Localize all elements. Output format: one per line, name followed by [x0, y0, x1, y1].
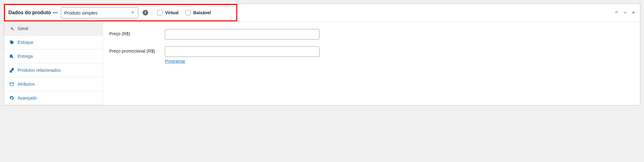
tab-label: Estoque — [18, 40, 33, 45]
tab-label: Geral — [18, 26, 28, 31]
product-type-value: Produto simples — [64, 10, 98, 15]
sale-price-label: Preço promocional (R$) — [109, 46, 165, 53]
price-input[interactable] — [165, 29, 320, 40]
title-dash: — — [53, 10, 58, 15]
tab-shipping[interactable]: Entrega — [4, 49, 103, 63]
side-tabs: Geral Estoque Entrega Produtos relaciona… — [4, 22, 103, 105]
tab-general[interactable]: Geral — [4, 22, 103, 36]
tab-attributes[interactable]: Atributos — [4, 77, 103, 91]
link-icon — [9, 68, 15, 73]
price-row: Preço (R$) — [109, 29, 634, 40]
tab-content: Preço (R$) Preço promocional (R$) Progra… — [103, 22, 640, 105]
tab-linked-products[interactable]: Produtos relacionados — [4, 63, 103, 77]
downloadable-label: Baixável — [193, 10, 211, 15]
move-up-icon[interactable] — [614, 10, 619, 16]
help-icon[interactable]: ? — [143, 10, 148, 15]
sale-price-input[interactable] — [165, 46, 320, 57]
product-data-panel: Dados do produto — Produto simples ? Vir… — [4, 4, 640, 105]
price-label: Preço (R$) — [109, 29, 165, 36]
panel-title: Dados do produto — [8, 10, 51, 15]
tab-advanced[interactable]: Avançado — [4, 91, 103, 105]
list-icon — [9, 82, 15, 87]
panel-body: Geral Estoque Entrega Produtos relaciona… — [4, 22, 640, 105]
panel-header: Dados do produto — Produto simples ? Vir… — [4, 4, 640, 22]
virtual-checkbox-group[interactable]: Virtual — [157, 10, 178, 15]
svg-rect-0 — [10, 83, 14, 86]
tab-inventory[interactable]: Estoque — [4, 36, 103, 49]
product-type-select[interactable]: Produto simples — [61, 7, 138, 18]
tab-label: Produtos relacionados — [18, 68, 61, 73]
tab-label: Atributos — [18, 82, 35, 87]
tag-icon — [9, 40, 15, 45]
virtual-label: Virtual — [165, 10, 178, 15]
collapse-icon[interactable] — [631, 10, 636, 15]
wrench-icon — [9, 26, 15, 31]
downloadable-checkbox[interactable] — [185, 10, 191, 15]
gear-icon — [9, 96, 15, 100]
move-down-icon[interactable] — [623, 10, 628, 16]
vertical-divider — [152, 9, 153, 16]
virtual-checkbox[interactable] — [157, 10, 163, 15]
chevron-down-icon — [131, 10, 135, 15]
truck-icon — [9, 54, 15, 59]
tab-label: Entrega — [18, 54, 33, 59]
tab-label: Avançado — [18, 96, 37, 100]
schedule-link[interactable]: Programar — [165, 59, 185, 64]
sale-price-row: Preço promocional (R$) Programar — [109, 46, 634, 64]
panel-controls — [614, 10, 636, 16]
downloadable-checkbox-group[interactable]: Baixável — [185, 10, 211, 15]
